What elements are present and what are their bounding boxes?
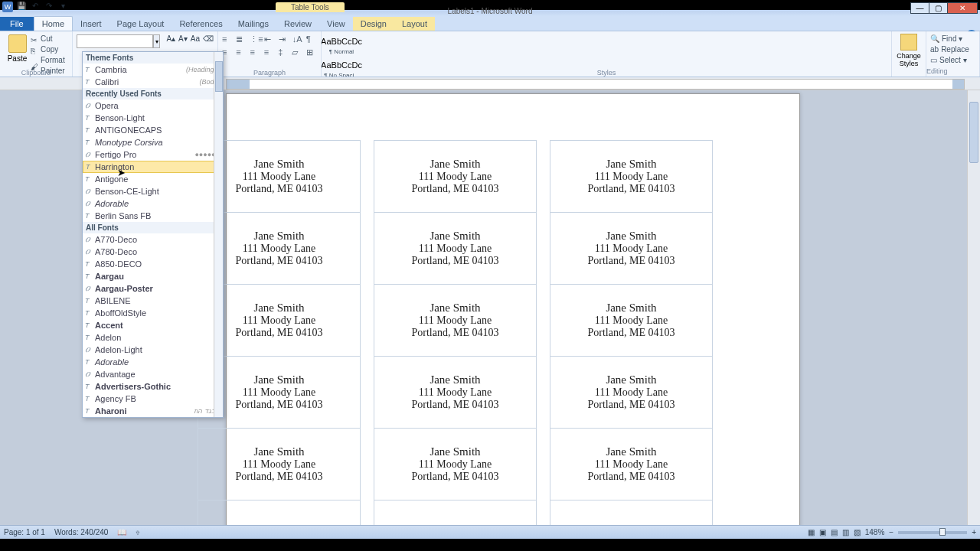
multilevel-button[interactable]: ⋮≡ xyxy=(250,34,261,46)
font-option-benson-light[interactable]: TBenson-Light xyxy=(83,112,223,124)
font-option-cambria[interactable]: TCambria(Headings) xyxy=(83,64,223,76)
shrink-font-button[interactable]: A▾ xyxy=(178,34,188,48)
font-name-input[interactable] xyxy=(77,34,153,48)
label-cell[interactable]: Jane Smith111 Moody LanePortland, ME 041… xyxy=(550,213,713,285)
borders-button[interactable]: ⊞ xyxy=(306,47,317,59)
qat-more[interactable]: ▾ xyxy=(57,2,68,12)
numbering-button[interactable]: ≣ xyxy=(236,34,247,46)
status-words[interactable]: Words: 240/240 xyxy=(54,528,108,536)
document-page[interactable]: Jane Smith111 Moody LanePortland, ME 041… xyxy=(226,93,800,525)
tab-view[interactable]: View xyxy=(319,17,353,31)
window-minimize[interactable]: — xyxy=(910,2,929,14)
dropdown-scrollbar[interactable] xyxy=(214,52,223,417)
font-option-a850-deco[interactable]: TA850-DECO xyxy=(83,258,223,270)
label-cell[interactable]: Jane Smith xyxy=(198,500,361,526)
copy-button[interactable]: ⎘Copy xyxy=(31,44,72,55)
font-option-advantage[interactable]: 𝑂Advantage xyxy=(83,368,223,380)
font-option-monotype-corsiva[interactable]: TMonotype Corsiva xyxy=(83,136,223,148)
font-option-aargau-poster[interactable]: 𝑂Aargau-Poster xyxy=(83,282,223,295)
styles-gallery[interactable]: AaBbCcDc¶ NormalAaBbCcDc¶ No Spaci...AaB… xyxy=(322,31,892,77)
font-option-fertigo-pro[interactable]: 𝑂Fertigo Pro●●●●●● xyxy=(83,148,223,161)
label-cell[interactable]: Jane Smith xyxy=(550,500,713,526)
font-option-abilene[interactable]: TABILENE xyxy=(83,295,223,307)
tab-page-layout[interactable]: Page Layout xyxy=(109,17,172,31)
font-option-berlin-sans-fb[interactable]: TBerlin Sans FB xyxy=(83,210,223,222)
label-cell[interactable]: Jane Smith111 Moody LanePortland, ME 041… xyxy=(550,285,713,357)
label-cell[interactable]: Jane Smith xyxy=(374,500,537,526)
grow-font-button[interactable]: A▴ xyxy=(166,34,175,48)
font-option-calibri[interactable]: TCalibri(Body) xyxy=(83,76,223,88)
tab-file[interactable]: File xyxy=(0,17,34,31)
paste-button[interactable]: Paste xyxy=(4,33,31,63)
zoom-out-button[interactable]: − xyxy=(889,528,893,536)
align-right-button[interactable]: ≡ xyxy=(250,47,261,59)
scrollbar-thumb[interactable] xyxy=(969,102,978,163)
label-cell[interactable]: Jane Smith111 Moody LanePortland, ME 041… xyxy=(550,141,713,213)
font-option-aboffoldstyle[interactable]: TAboffOldStyle xyxy=(83,307,223,319)
font-option-a780-deco[interactable]: 𝑂A780-Deco xyxy=(83,246,223,258)
status-proofing-icon[interactable]: 📖 xyxy=(117,528,126,536)
label-cell[interactable]: Jane Smith111 Moody LanePortland, ME 041… xyxy=(374,357,537,429)
label-cell[interactable]: Jane Smith111 Moody LanePortland, ME 041… xyxy=(374,285,537,357)
font-option-benson-ce-light[interactable]: 𝑂Benson-CE-Light xyxy=(83,185,223,197)
label-cell[interactable]: Jane Smith111 Moody LanePortland, ME 041… xyxy=(198,429,361,500)
vertical-scrollbar[interactable] xyxy=(967,90,980,525)
label-cell[interactable]: Jane Smith111 Moody LanePortland, ME 041… xyxy=(550,357,713,429)
font-option-adelon-light[interactable]: 𝑂Adelon-Light xyxy=(83,344,223,356)
show-marks-button[interactable]: ¶ xyxy=(306,34,317,46)
font-option-a770-deco[interactable]: 𝑂A770-Deco xyxy=(83,233,223,246)
font-option-aharoni[interactable]: TAharoniאבגד הוז xyxy=(83,405,223,417)
justify-button[interactable]: ≡ xyxy=(264,47,275,59)
zoom-in-button[interactable]: + xyxy=(972,528,976,536)
font-dropdown-button[interactable]: ▾ xyxy=(153,34,160,48)
font-option-antigone[interactable]: TAntigone xyxy=(83,173,223,185)
tab-home[interactable]: Home xyxy=(34,16,73,31)
tab-layout[interactable]: Layout xyxy=(394,17,435,31)
label-cell[interactable]: Jane Smith111 Moody LanePortland, ME 041… xyxy=(374,213,537,285)
view-full-screen[interactable]: ▣ xyxy=(819,528,826,536)
font-option-accent[interactable]: TAccent xyxy=(83,319,223,331)
font-option-opera[interactable]: 𝑂Opera xyxy=(83,99,223,112)
change-styles-button[interactable]: Change Styles xyxy=(892,31,926,77)
font-option-harrington[interactable]: THarrington xyxy=(83,161,223,173)
status-page[interactable]: Page: 1 of 1 xyxy=(4,528,45,536)
tab-design[interactable]: Design xyxy=(353,17,394,31)
horizontal-ruler[interactable] xyxy=(226,79,965,90)
view-print-layout[interactable]: ▦ xyxy=(808,528,815,536)
label-cell[interactable]: Jane Smith111 Moody LanePortland, ME 041… xyxy=(550,429,713,500)
align-left-button[interactable]: ≡ xyxy=(222,47,233,59)
font-option-agency-fb[interactable]: TAgency FB xyxy=(83,393,223,405)
line-spacing-button[interactable]: ‡ xyxy=(278,47,289,59)
qat-save[interactable]: 💾 xyxy=(16,2,27,12)
bullets-button[interactable]: ≡ xyxy=(222,34,233,46)
clear-formatting-button[interactable]: ⌫ xyxy=(203,34,214,48)
sort-button[interactable]: ↓A xyxy=(292,34,303,46)
window-close[interactable]: ✕ xyxy=(947,2,978,14)
qat-redo[interactable]: ↷ xyxy=(44,2,54,12)
font-option-advertisers-gothic[interactable]: TAdvertisers-Gothic xyxy=(83,380,223,393)
find-button[interactable]: 🔍Find ▾ xyxy=(930,34,975,44)
font-option-adelon[interactable]: TAdelon xyxy=(83,331,223,344)
replace-button[interactable]: abReplace xyxy=(930,44,975,55)
align-center-button[interactable]: ≡ xyxy=(236,47,247,59)
change-case-button[interactable]: Aa xyxy=(191,34,200,48)
font-option-antigonecaps[interactable]: TANTIGONECAPS xyxy=(83,124,223,136)
increase-indent-button[interactable]: ⇥ xyxy=(279,34,289,46)
view-draft[interactable]: ▧ xyxy=(854,528,861,536)
style---normal[interactable]: AaBbCcDc¶ Normal xyxy=(323,33,360,56)
tab-review[interactable]: Review xyxy=(276,17,319,31)
tab-insert[interactable]: Insert xyxy=(73,17,109,31)
qat-undo[interactable]: ↶ xyxy=(30,2,41,12)
font-option-adorable[interactable]: 𝑂Adorable xyxy=(83,197,223,210)
label-cell[interactable]: Jane Smith111 Moody LanePortland, ME 041… xyxy=(374,141,537,213)
cut-button[interactable]: ✂Cut xyxy=(31,34,72,44)
view-web[interactable]: ▤ xyxy=(831,528,838,536)
font-dropdown-list[interactable]: Theme FontsTCambria(Headings)TCalibri(Bo… xyxy=(82,51,224,418)
shading-button[interactable]: ▱ xyxy=(292,47,302,59)
zoom-level[interactable]: 148% xyxy=(865,528,885,536)
decrease-indent-button[interactable]: ⇤ xyxy=(264,34,275,46)
font-option-aargau[interactable]: TAargau xyxy=(83,270,223,282)
status-overtype-icon[interactable]: ⎀ xyxy=(136,528,140,536)
label-cell[interactable]: Jane Smith111 Moody LanePortland, ME 041… xyxy=(374,429,537,500)
select-button[interactable]: ▭Select ▾ xyxy=(930,55,975,66)
